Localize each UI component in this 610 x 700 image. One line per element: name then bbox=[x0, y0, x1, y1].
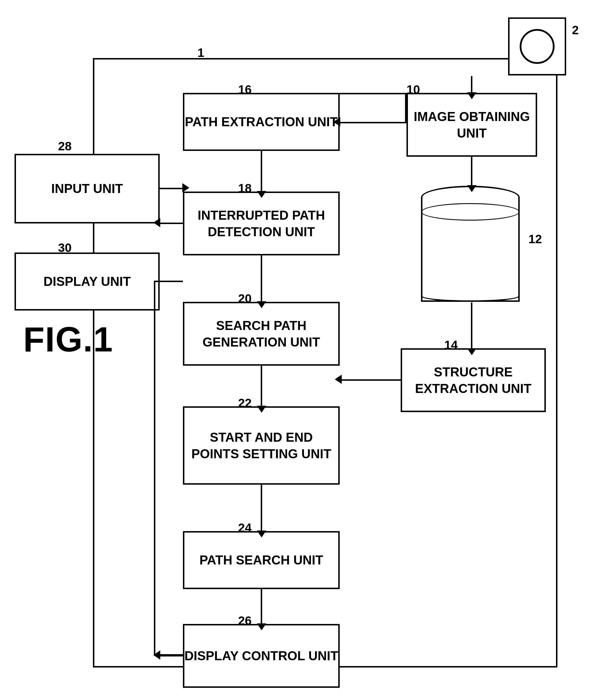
arrowhead-db-to-struct bbox=[467, 348, 477, 355]
input-unit-block: INPUT UNIT bbox=[15, 154, 160, 224]
ref-2: 2 bbox=[572, 23, 579, 37]
arrow-displayctrl-horiz2 bbox=[154, 654, 183, 656]
arrow-displayctrl-horiz1 bbox=[154, 281, 183, 282]
ref-10: 10 bbox=[406, 83, 420, 97]
start-end-points-block: START AND END POINTS SETTING UNIT bbox=[183, 406, 340, 485]
arrowhead-interrupted-to-display bbox=[153, 218, 160, 227]
arrowhead-input-to-pathex bbox=[182, 183, 189, 192]
arrowhead-interrupted-to-searchpath bbox=[257, 301, 266, 308]
arrowhead-pathex-to-interrupted bbox=[257, 191, 266, 198]
interrupted-path-block: INTERRUPTED PATH DETECTION UNIT bbox=[183, 192, 340, 255]
structure-extraction-block: STRUCTURE EXTRACTION UNIT bbox=[401, 348, 546, 412]
ref-28: 28 bbox=[58, 139, 72, 153]
arrow-startend-to-pathsearch bbox=[261, 485, 262, 531]
camera-box bbox=[508, 17, 566, 76]
diagram: FIG.1 1 2 INPUT UNIT 28 DISPLAY UNIT 30 … bbox=[0, 0, 610, 700]
ref-22: 22 bbox=[238, 396, 252, 410]
ref-1: 1 bbox=[197, 46, 204, 60]
arrow-imageunit-to-pathex bbox=[340, 122, 406, 123]
arrow-right-vert-connector bbox=[405, 93, 406, 122]
ref-24: 24 bbox=[238, 521, 252, 535]
cylinder-inner-top bbox=[421, 203, 520, 221]
arrow-image-to-db bbox=[471, 157, 472, 186]
arrow-pathsearch-to-displayctrl bbox=[261, 589, 262, 624]
ref-26: 26 bbox=[238, 614, 252, 628]
display-unit-block: DISPLAY UNIT bbox=[15, 253, 160, 311]
ref-12: 12 bbox=[528, 232, 542, 246]
arrow-db-to-struct bbox=[471, 303, 472, 349]
ref-30: 30 bbox=[58, 241, 72, 255]
ref-16: 16 bbox=[238, 83, 252, 97]
ref-20: 20 bbox=[238, 292, 252, 306]
cylinder-bottom-arc bbox=[421, 290, 520, 302]
arrow-displayctrl-vert bbox=[154, 281, 155, 655]
arrowhead-startend-to-pathsearch bbox=[257, 531, 266, 537]
arrow-pathex-to-interrupted bbox=[261, 151, 262, 192]
arrowhead-pathsearch-to-displayctrl bbox=[257, 623, 266, 630]
arrowhead-struct-to-searchpath bbox=[335, 375, 342, 384]
ref-14: 14 bbox=[444, 338, 458, 352]
arrow-input-to-pathex bbox=[160, 188, 183, 189]
arrow-interrupted-to-searchpath bbox=[261, 255, 262, 302]
search-path-gen-block: SEARCH PATH GENERATION UNIT bbox=[183, 302, 340, 366]
arrowhead-imageunit-to-pathex bbox=[333, 117, 340, 127]
arrowhead-searchpath-to-startend bbox=[257, 406, 266, 413]
arrow-interrupted-to-display bbox=[160, 223, 183, 224]
arrowhead-camera-to-image bbox=[467, 92, 477, 99]
ref-18: 18 bbox=[238, 181, 252, 195]
arrow-camera-to-image bbox=[471, 76, 472, 93]
arrow-right-horiz-connector bbox=[340, 93, 405, 94]
arrow-struct-to-searchpath bbox=[341, 379, 401, 381]
camera-circle bbox=[520, 29, 555, 64]
arrow-searchpath-to-startend bbox=[261, 366, 262, 406]
path-search-block: PATH SEARCH UNIT bbox=[183, 531, 340, 589]
image-obtaining-block: IMAGE OBTAINING UNIT bbox=[406, 93, 537, 157]
arrowhead-image-to-db bbox=[467, 185, 477, 192]
display-control-block: DISPLAY CONTROL UNIT bbox=[183, 624, 340, 688]
path-extraction-block: PATH EXTRACTION UNIT bbox=[183, 93, 340, 151]
